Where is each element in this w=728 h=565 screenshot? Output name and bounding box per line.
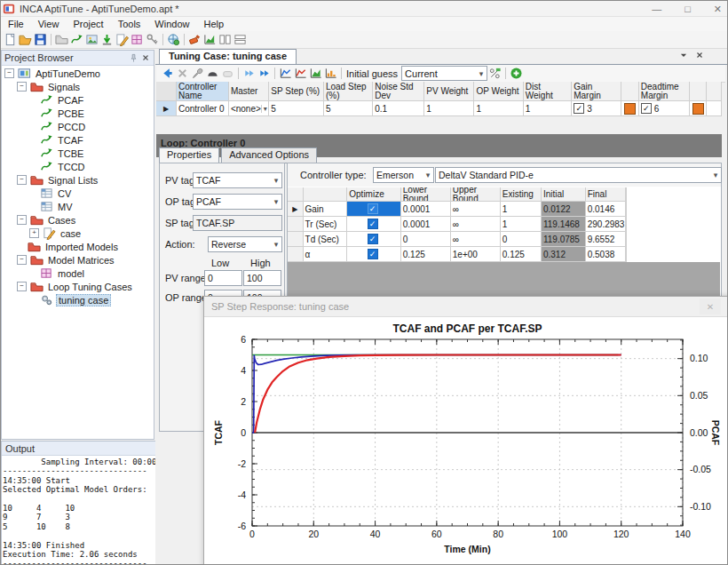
matrix-icon[interactable] <box>130 33 145 47</box>
col-header-controller-name[interactable]: Controller Name <box>177 82 229 101</box>
menu-help[interactable]: Help <box>196 19 231 29</box>
chart-orange-icon[interactable] <box>323 67 338 81</box>
col-header-op-weight[interactable]: OP Weight <box>474 82 523 101</box>
tree-expander-icon[interactable]: − <box>17 255 27 265</box>
cell-sp-step[interactable]: 5 <box>269 101 324 116</box>
eraser2-icon[interactable] <box>220 67 235 81</box>
model-icon[interactable] <box>166 33 181 47</box>
param-row-[interactable]: α✓0.1251e+000.1250.3120.5038 <box>288 247 626 262</box>
optimize-checkbox[interactable]: ✓ <box>368 203 378 214</box>
cell-load-step[interactable]: 5 <box>324 101 373 116</box>
col-header-blank[interactable] <box>707 82 722 101</box>
layout-rows-icon[interactable] <box>233 33 248 47</box>
param-cell[interactable]: 9.6552 <box>586 232 626 247</box>
tab-close-icon[interactable] <box>695 51 704 61</box>
param-row-td-sec[interactable]: Td (Sec)✓0∞0119.07859.6552 <box>288 232 626 247</box>
pv-tag-select[interactable]: TCAF▾ <box>193 172 282 188</box>
param-cell[interactable]: 1 <box>501 217 542 232</box>
orange-flag-icon[interactable] <box>624 103 636 115</box>
sp-tag-field[interactable]: TCAF.SP <box>193 215 282 231</box>
param-cell[interactable] <box>288 232 304 247</box>
tree-expander-icon[interactable]: − <box>17 215 27 225</box>
tree-expander-icon[interactable]: − <box>17 82 27 92</box>
tree-item-cv[interactable]: CV <box>2 187 154 200</box>
param-col-existing[interactable]: Existing <box>501 187 542 202</box>
tree-item-tuning-case[interactable]: tuning case <box>2 293 154 306</box>
wrench-icon[interactable] <box>190 67 205 81</box>
param-cell[interactable]: 1e+00 <box>451 247 501 262</box>
controller-row[interactable]: ▶Controller 0<none>▾550.1111✓3✓6 <box>156 101 722 116</box>
cell-noise-std-dev[interactable]: 0.1 <box>373 101 424 116</box>
tree-item-pccd[interactable]: PCCD <box>2 120 154 133</box>
folder-icon[interactable] <box>54 33 69 47</box>
chart-green-icon[interactable] <box>202 33 218 47</box>
optimize-checkbox[interactable]: ✓ <box>368 219 378 229</box>
pin-icon[interactable] <box>128 51 139 65</box>
col-header-master[interactable]: Master <box>229 82 269 101</box>
tree-item-model-matrices[interactable]: −Model Matrices <box>2 253 154 267</box>
cell-filler[interactable] <box>707 101 722 116</box>
param-cell[interactable]: 0.125 <box>401 247 451 262</box>
minimize-icon[interactable]: — <box>652 4 661 14</box>
add-icon[interactable] <box>509 67 524 81</box>
tree-item-case[interactable]: +case <box>2 227 154 240</box>
cell-dist-weight[interactable]: 1 <box>524 101 572 116</box>
row-indicator[interactable]: ▶ <box>156 101 177 116</box>
tree-expander-icon[interactable]: + <box>29 228 39 238</box>
chart-green2-icon[interactable] <box>308 67 323 81</box>
action-select[interactable]: Reverse▾ <box>208 236 282 252</box>
open-icon[interactable] <box>18 33 33 47</box>
chart-red-icon[interactable] <box>293 67 308 81</box>
deadtime-margin-checkbox[interactable]: ✓ <box>641 103 652 114</box>
col-header-blank[interactable] <box>156 82 177 101</box>
maximize-icon[interactable]: □ <box>684 4 691 14</box>
param-cell[interactable]: 1 <box>501 202 542 217</box>
param-col-final[interactable]: Final <box>586 187 626 202</box>
col-header-dist-weight[interactable]: Dist Weight <box>524 82 572 101</box>
tree-item-tcbe[interactable]: TCBE <box>2 147 154 160</box>
download-icon[interactable] <box>99 33 115 47</box>
tree-expander-icon[interactable]: − <box>4 68 14 78</box>
run-icon[interactable] <box>205 67 220 81</box>
param-cell[interactable]: 119.1468 <box>542 217 586 232</box>
col-header-blank[interactable] <box>690 82 707 101</box>
tree-item-pcbe[interactable]: PCBE <box>2 107 154 120</box>
fast-forward2-icon[interactable] <box>257 67 272 81</box>
param-cell[interactable]: 0.0001 <box>401 217 451 232</box>
options-icon[interactable] <box>487 67 502 81</box>
col-header-load-step[interactable]: Load Step (%) <box>324 82 373 101</box>
tab-list-chevron-icon[interactable] <box>679 51 688 61</box>
param-cell[interactable]: 0.312 <box>542 247 586 262</box>
param-col-blank[interactable] <box>288 187 304 202</box>
tree-item-imported-models[interactable]: Imported Models <box>2 240 154 253</box>
param-cell[interactable]: 0.125 <box>501 247 542 262</box>
layout-columns-icon[interactable] <box>218 33 233 47</box>
orange-flag-icon[interactable] <box>692 103 704 115</box>
signal-icon[interactable] <box>69 33 84 47</box>
param-cell[interactable]: 0 <box>401 232 451 247</box>
tree-expander-icon[interactable]: − <box>17 282 27 291</box>
param-cell[interactable]: ✓ <box>347 247 400 262</box>
param-col-optimize[interactable]: Optimize <box>347 187 400 202</box>
keys-icon[interactable] <box>145 33 160 47</box>
menu-project[interactable]: Project <box>66 19 110 29</box>
param-cell[interactable]: ✓ <box>347 217 400 232</box>
tree-item-aptitunedemo[interactable]: −AptiTuneDemo <box>2 67 154 80</box>
cut-icon[interactable] <box>175 67 190 81</box>
save-icon[interactable] <box>33 33 48 47</box>
param-col-initial[interactable]: Initial <box>542 187 586 202</box>
chart-blue-icon[interactable] <box>278 67 293 81</box>
tree-item-tcaf[interactable]: TCAF <box>2 133 154 147</box>
cell-op-weight[interactable]: 1 <box>474 101 523 116</box>
col-header-pv-weight[interactable]: PV Weight <box>424 82 474 101</box>
gain-margin-detail-button[interactable] <box>621 101 638 116</box>
tree-item-model[interactable]: model <box>2 267 154 280</box>
pv-range-low-field[interactable]: 0 <box>204 270 242 286</box>
tree-expander-icon[interactable]: − <box>17 175 27 185</box>
param-cell[interactable]: 0.0122 <box>542 202 586 217</box>
chart-window-titlebar[interactable]: SP Step Response: tuning case <box>204 297 728 317</box>
param-cell[interactable]: ✓ <box>347 232 400 247</box>
param-cell[interactable]: 0.5038 <box>586 247 626 262</box>
new-file-icon[interactable] <box>3 33 18 47</box>
close-icon[interactable]: ✕ <box>714 4 722 15</box>
